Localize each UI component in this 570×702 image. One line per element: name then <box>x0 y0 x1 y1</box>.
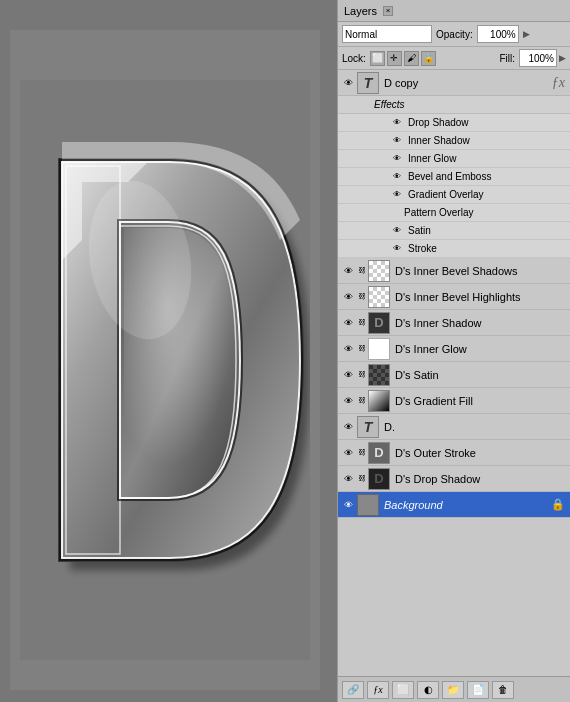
thumb-d-copy: T <box>357 72 379 94</box>
blend-mode-row: Normal Multiply Screen Overlay Opacity: … <box>338 22 570 47</box>
effect-stroke[interactable]: 👁 Stroke <box>338 240 570 258</box>
opacity-arrow[interactable]: ▶ <box>523 29 530 39</box>
bevel-emboss-label: Bevel and Emboss <box>408 171 491 182</box>
thumb-background <box>357 494 379 516</box>
lock-position-button[interactable]: ✛ <box>387 51 402 66</box>
eye-d-drop-shadow[interactable]: 👁 <box>340 471 356 487</box>
stroke-label: Stroke <box>408 243 437 254</box>
layer-name-inner-shadow: D's Inner Shadow <box>395 317 568 329</box>
panel-title: Layers <box>344 5 377 17</box>
layer-name-outer-stroke: D's Outer Stroke <box>395 447 568 459</box>
lock-label: Lock: <box>342 53 366 64</box>
layer-name-d: D. <box>384 421 568 433</box>
layer-d[interactable]: 👁 T D. <box>338 414 570 440</box>
panel-close-button[interactable]: × <box>383 6 393 16</box>
thumb-inner-glow <box>368 338 390 360</box>
effect-inner-shadow[interactable]: 👁 Inner Shadow <box>338 132 570 150</box>
layer-background[interactable]: 👁 Background 🔒 <box>338 492 570 518</box>
effect-inner-glow[interactable]: 👁 Inner Glow <box>338 150 570 168</box>
layer-gradient-fill[interactable]: 👁 ⛓ D's Gradient Fill <box>338 388 570 414</box>
layer-name-d-copy: D copy <box>384 77 551 89</box>
bottom-toolbar: 🔗 ƒx ⬜ ◐ 📁 📄 🗑 <box>338 676 570 702</box>
title-bar: Layers × <box>338 0 570 22</box>
eye-inner-glow[interactable]: 👁 <box>390 152 404 166</box>
new-group-button[interactable]: 📁 <box>442 681 464 699</box>
d-letter <box>10 50 320 690</box>
layer-name-inner-bevel-highlights: D's Inner Bevel Highlights <box>395 291 568 303</box>
link-outer-stroke: ⛓ <box>357 445 367 461</box>
lock-all-button[interactable]: 🔒 <box>421 51 436 66</box>
layer-name-inner-glow: D's Inner Glow <box>395 343 568 355</box>
layer-inner-glow[interactable]: 👁 ⛓ D's Inner Glow <box>338 336 570 362</box>
layer-drop-shadow[interactable]: 👁 ⛓ D D's Drop Shadow <box>338 466 570 492</box>
effect-drop-shadow[interactable]: 👁 Drop Shadow <box>338 114 570 132</box>
link-inner-bevel-shadows: ⛓ <box>357 263 367 279</box>
eye-stroke[interactable]: 👁 <box>390 242 404 256</box>
eye-background[interactable]: 👁 <box>340 497 356 513</box>
eye-inner-bevel-highlights[interactable]: 👁 <box>340 289 356 305</box>
inner-shadow-label: Inner Shadow <box>408 135 470 146</box>
blend-mode-select[interactable]: Normal Multiply Screen Overlay <box>342 25 432 43</box>
inner-glow-label: Inner Glow <box>408 153 456 164</box>
effect-pattern-overlay[interactable]: Pattern Overlay <box>338 204 570 222</box>
layer-inner-bevel-highlights[interactable]: 👁 ⛓ D's Inner Bevel Highlights <box>338 284 570 310</box>
layer-name-satin: D's Satin <box>395 369 568 381</box>
lock-pixels-button[interactable]: ⬜ <box>370 51 385 66</box>
layers-panel: Layers × Normal Multiply Screen Overlay … <box>337 0 570 702</box>
background-lock-icon: 🔒 <box>551 498 565 511</box>
eye-d-gradient-fill[interactable]: 👁 <box>340 393 356 409</box>
eye-drop-shadow[interactable]: 👁 <box>390 116 404 130</box>
lock-image-button[interactable]: 🖌 <box>404 51 419 66</box>
link-drop-shadow: ⛓ <box>357 471 367 487</box>
fill-arrow[interactable]: ▶ <box>559 53 566 63</box>
eye-inner-shadow[interactable]: 👁 <box>390 134 404 148</box>
layer-inner-bevel-shadows[interactable]: 👁 ⛓ D's Inner Bevel Shadows <box>338 258 570 284</box>
eye-d-inner-shadow[interactable]: 👁 <box>340 315 356 331</box>
fx-badge-d-copy: ƒx <box>552 75 565 91</box>
layer-outer-stroke[interactable]: 👁 ⛓ D D's Outer Stroke <box>338 440 570 466</box>
thumb-inner-shadow: D <box>368 312 390 334</box>
layer-name-gradient-fill: D's Gradient Fill <box>395 395 568 407</box>
eye-inner-bevel-shadows[interactable]: 👁 <box>340 263 356 279</box>
thumb-d: T <box>357 416 379 438</box>
layer-name-inner-bevel-shadows: D's Inner Bevel Shadows <box>395 265 568 277</box>
effect-satin[interactable]: 👁 Satin <box>338 222 570 240</box>
eye-bevel-emboss[interactable]: 👁 <box>390 170 404 184</box>
eye-outer-stroke[interactable]: 👁 <box>340 445 356 461</box>
fill-label: Fill: <box>499 53 515 64</box>
adjustment-layer-button[interactable]: ◐ <box>417 681 439 699</box>
layers-list: 👁 T D copy ƒx Effects 👁 Drop Shadow 👁 In… <box>338 70 570 676</box>
eye-satin[interactable]: 👁 <box>390 224 404 238</box>
eye-d[interactable]: 👁 <box>340 419 356 435</box>
link-gradient-fill: ⛓ <box>357 393 367 409</box>
add-fx-button[interactable]: ƒx <box>367 681 389 699</box>
thumb-inner-bevel-shadows <box>368 260 390 282</box>
thumb-satin <box>368 364 390 386</box>
layer-name-drop-shadow: D's Drop Shadow <box>395 473 568 485</box>
lock-row: Lock: ⬜ ✛ 🖌 🔒 Fill: ▶ <box>338 47 570 70</box>
new-layer-button[interactable]: 📄 <box>467 681 489 699</box>
link-layers-button[interactable]: 🔗 <box>342 681 364 699</box>
thumb-gradient-fill <box>368 390 390 412</box>
add-mask-button[interactable]: ⬜ <box>392 681 414 699</box>
effects-header[interactable]: Effects <box>338 96 570 114</box>
link-inner-shadow: ⛓ <box>357 315 367 331</box>
fill-input[interactable] <box>519 49 557 67</box>
link-inner-bevel-highlights: ⛓ <box>357 289 367 305</box>
eye-gradient-overlay[interactable]: 👁 <box>390 188 404 202</box>
thumb-drop-shadow: D <box>368 468 390 490</box>
pattern-overlay-label: Pattern Overlay <box>404 207 473 218</box>
effect-gradient-overlay[interactable]: 👁 Gradient Overlay <box>338 186 570 204</box>
link-satin: ⛓ <box>357 367 367 383</box>
layer-satin[interactable]: 👁 ⛓ D's Satin <box>338 362 570 388</box>
eye-icon-d-copy[interactable]: 👁 <box>340 75 356 91</box>
opacity-input[interactable] <box>477 25 519 43</box>
layer-inner-shadow[interactable]: 👁 ⛓ D D's Inner Shadow <box>338 310 570 336</box>
eye-d-inner-glow[interactable]: 👁 <box>340 341 356 357</box>
link-inner-glow: ⛓ <box>357 341 367 357</box>
delete-layer-button[interactable]: 🗑 <box>492 681 514 699</box>
eye-d-satin[interactable]: 👁 <box>340 367 356 383</box>
effect-bevel-emboss[interactable]: 👁 Bevel and Emboss <box>338 168 570 186</box>
layer-d-copy[interactable]: 👁 T D copy ƒx <box>338 70 570 96</box>
effects-label: Effects <box>374 99 405 110</box>
